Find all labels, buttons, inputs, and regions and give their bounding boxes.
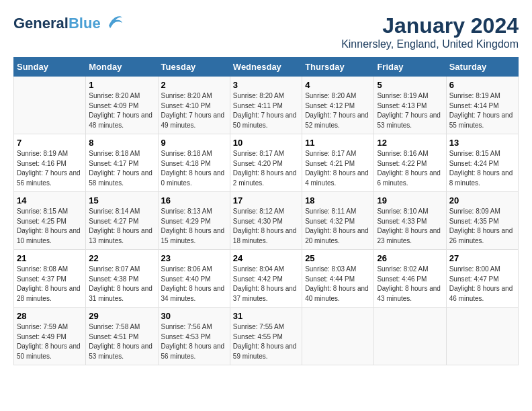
- calendar-cell: [302, 308, 374, 365]
- date-number: 23: [161, 253, 227, 263]
- calendar-week-row: 21Sunrise: 8:08 AMSunset: 4:37 PMDayligh…: [14, 250, 519, 308]
- cell-info: Sunrise: 7:59 AMSunset: 4:49 PMDaylight:…: [17, 322, 83, 361]
- calendar-cell: 2Sunrise: 8:20 AMSunset: 4:10 PMDaylight…: [158, 77, 230, 134]
- date-number: 27: [449, 253, 515, 263]
- logo: GeneralBlue: [13, 13, 124, 34]
- date-number: 22: [89, 253, 154, 263]
- cell-info: Sunrise: 8:19 AMSunset: 4:13 PMDaylight:…: [377, 91, 443, 130]
- cell-info: Sunrise: 7:55 AMSunset: 4:55 PMDaylight:…: [233, 322, 299, 361]
- date-number: 12: [377, 138, 443, 148]
- cell-info: Sunrise: 8:11 AMSunset: 4:32 PMDaylight:…: [305, 207, 371, 246]
- date-number: 2: [161, 80, 227, 90]
- cell-info: Sunrise: 8:07 AMSunset: 4:38 PMDaylight:…: [89, 265, 154, 304]
- cell-info: Sunrise: 8:06 AMSunset: 4:40 PMDaylight:…: [161, 265, 227, 304]
- subtitle: Kinnersley, England, United Kingdom: [341, 38, 519, 50]
- col-monday: Monday: [86, 58, 158, 77]
- calendar-cell: [374, 308, 446, 365]
- date-number: 13: [449, 138, 515, 148]
- logo-blue-text: Blue: [69, 15, 101, 32]
- calendar-cell: 25Sunrise: 8:03 AMSunset: 4:44 PMDayligh…: [302, 250, 374, 308]
- calendar-cell: 4Sunrise: 8:20 AMSunset: 4:12 PMDaylight…: [302, 77, 374, 134]
- calendar-cell: 19Sunrise: 8:10 AMSunset: 4:33 PMDayligh…: [374, 192, 446, 250]
- title-block: January 2024 Kinnersley, England, United…: [341, 13, 519, 50]
- col-friday: Friday: [374, 58, 446, 77]
- calendar-cell: 21Sunrise: 8:08 AMSunset: 4:37 PMDayligh…: [14, 250, 86, 308]
- calendar-cell: 9Sunrise: 8:18 AMSunset: 4:18 PMDaylight…: [158, 134, 230, 192]
- cell-info: Sunrise: 8:10 AMSunset: 4:33 PMDaylight:…: [377, 207, 443, 246]
- col-saturday: Saturday: [446, 58, 518, 77]
- calendar-week-row: 28Sunrise: 7:59 AMSunset: 4:49 PMDayligh…: [14, 308, 519, 365]
- calendar-cell: [446, 308, 518, 365]
- calendar-cell: 18Sunrise: 8:11 AMSunset: 4:32 PMDayligh…: [302, 192, 374, 250]
- cell-info: Sunrise: 8:20 AMSunset: 4:10 PMDaylight:…: [161, 91, 227, 130]
- date-number: 21: [17, 253, 83, 263]
- date-number: 24: [233, 253, 299, 263]
- cell-info: Sunrise: 8:03 AMSunset: 4:44 PMDaylight:…: [305, 265, 371, 304]
- calendar-cell: 12Sunrise: 8:16 AMSunset: 4:22 PMDayligh…: [374, 134, 446, 192]
- calendar-cell: 6Sunrise: 8:19 AMSunset: 4:14 PMDaylight…: [446, 77, 518, 134]
- calendar-table: Sunday Monday Tuesday Wednesday Thursday…: [13, 57, 519, 365]
- cell-info: Sunrise: 8:19 AMSunset: 4:14 PMDaylight:…: [449, 91, 515, 130]
- calendar-cell: 8Sunrise: 8:18 AMSunset: 4:17 PMDaylight…: [86, 134, 158, 192]
- cell-info: Sunrise: 8:20 AMSunset: 4:11 PMDaylight:…: [233, 91, 299, 130]
- col-sunday: Sunday: [14, 58, 86, 77]
- calendar-week-row: 14Sunrise: 8:15 AMSunset: 4:25 PMDayligh…: [14, 192, 519, 250]
- cell-info: Sunrise: 8:18 AMSunset: 4:17 PMDaylight:…: [89, 149, 154, 188]
- header-row: Sunday Monday Tuesday Wednesday Thursday…: [14, 58, 519, 77]
- date-number: 28: [17, 311, 83, 321]
- date-number: 31: [233, 311, 299, 321]
- calendar-cell: 27Sunrise: 8:00 AMSunset: 4:47 PMDayligh…: [446, 250, 518, 308]
- date-number: 9: [161, 138, 227, 148]
- cell-info: Sunrise: 8:14 AMSunset: 4:27 PMDaylight:…: [89, 207, 154, 246]
- logo-bird-icon: [103, 13, 124, 34]
- date-number: 14: [17, 195, 83, 205]
- calendar-cell: 30Sunrise: 7:56 AMSunset: 4:53 PMDayligh…: [158, 308, 230, 365]
- date-number: 20: [449, 195, 515, 205]
- date-number: 1: [89, 80, 154, 90]
- date-number: 10: [233, 138, 299, 148]
- cell-info: Sunrise: 8:19 AMSunset: 4:16 PMDaylight:…: [17, 149, 83, 188]
- date-number: 8: [89, 138, 154, 148]
- main-title: January 2024: [341, 13, 519, 38]
- calendar-cell: 17Sunrise: 8:12 AMSunset: 4:30 PMDayligh…: [230, 192, 302, 250]
- date-number: 30: [161, 311, 227, 321]
- cell-info: Sunrise: 8:08 AMSunset: 4:37 PMDaylight:…: [17, 265, 83, 304]
- cell-info: Sunrise: 8:15 AMSunset: 4:25 PMDaylight:…: [17, 207, 83, 246]
- calendar-week-row: 7Sunrise: 8:19 AMSunset: 4:16 PMDaylight…: [14, 134, 519, 192]
- cell-info: Sunrise: 8:02 AMSunset: 4:46 PMDaylight:…: [377, 265, 443, 304]
- calendar-cell: 1Sunrise: 8:20 AMSunset: 4:09 PMDaylight…: [86, 77, 158, 134]
- calendar-cell: 23Sunrise: 8:06 AMSunset: 4:40 PMDayligh…: [158, 250, 230, 308]
- calendar-cell: 13Sunrise: 8:15 AMSunset: 4:24 PMDayligh…: [446, 134, 518, 192]
- calendar-cell: 7Sunrise: 8:19 AMSunset: 4:16 PMDaylight…: [14, 134, 86, 192]
- date-number: 19: [377, 195, 443, 205]
- calendar-cell: 29Sunrise: 7:58 AMSunset: 4:51 PMDayligh…: [86, 308, 158, 365]
- calendar-cell: 16Sunrise: 8:13 AMSunset: 4:29 PMDayligh…: [158, 192, 230, 250]
- date-number: 11: [305, 138, 371, 148]
- calendar-cell: 5Sunrise: 8:19 AMSunset: 4:13 PMDaylight…: [374, 77, 446, 134]
- date-number: 25: [305, 253, 371, 263]
- calendar-cell: 20Sunrise: 8:09 AMSunset: 4:35 PMDayligh…: [446, 192, 518, 250]
- cell-info: Sunrise: 8:20 AMSunset: 4:12 PMDaylight:…: [305, 91, 371, 130]
- date-number: 18: [305, 195, 371, 205]
- date-number: 17: [233, 195, 299, 205]
- calendar-cell: 14Sunrise: 8:15 AMSunset: 4:25 PMDayligh…: [14, 192, 86, 250]
- calendar-cell: 3Sunrise: 8:20 AMSunset: 4:11 PMDaylight…: [230, 77, 302, 134]
- col-tuesday: Tuesday: [158, 58, 230, 77]
- calendar-cell: 24Sunrise: 8:04 AMSunset: 4:42 PMDayligh…: [230, 250, 302, 308]
- date-number: 4: [305, 80, 371, 90]
- cell-info: Sunrise: 8:16 AMSunset: 4:22 PMDaylight:…: [377, 149, 443, 188]
- date-number: 26: [377, 253, 443, 263]
- col-thursday: Thursday: [302, 58, 374, 77]
- calendar-cell: 10Sunrise: 8:17 AMSunset: 4:20 PMDayligh…: [230, 134, 302, 192]
- calendar-cell: 26Sunrise: 8:02 AMSunset: 4:46 PMDayligh…: [374, 250, 446, 308]
- cell-info: Sunrise: 8:17 AMSunset: 4:20 PMDaylight:…: [233, 149, 299, 188]
- date-number: 3: [233, 80, 299, 90]
- cell-info: Sunrise: 8:17 AMSunset: 4:21 PMDaylight:…: [305, 149, 371, 188]
- calendar-cell: [14, 77, 86, 134]
- calendar-week-row: 1Sunrise: 8:20 AMSunset: 4:09 PMDaylight…: [14, 77, 519, 134]
- cell-info: Sunrise: 8:04 AMSunset: 4:42 PMDaylight:…: [233, 265, 299, 304]
- date-number: 7: [17, 138, 83, 148]
- page-header: GeneralBlue January 2024 Kinnersley, Eng…: [13, 13, 519, 50]
- calendar-cell: 15Sunrise: 8:14 AMSunset: 4:27 PMDayligh…: [86, 192, 158, 250]
- calendar-cell: 28Sunrise: 7:59 AMSunset: 4:49 PMDayligh…: [14, 308, 86, 365]
